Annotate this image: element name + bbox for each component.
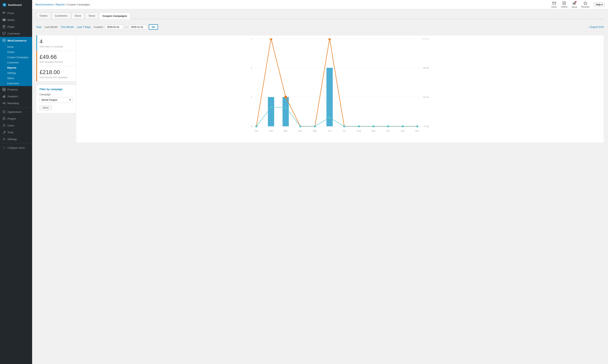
date-separator: — xyxy=(125,26,127,28)
posts-icon xyxy=(2,12,6,15)
sidebar-item-settings-label: Settings xyxy=(7,138,17,141)
x-label-mar: Mar xyxy=(284,130,288,132)
topbar-reviews-label: Reviews xyxy=(581,6,590,8)
stat-discount-label: total campaign discount xyxy=(40,61,73,63)
svg-rect-19 xyxy=(3,117,5,118)
dot-teal-nov xyxy=(402,125,404,127)
sidebar-sub-status[interactable]: Status xyxy=(0,76,32,81)
campaign-select[interactable]: Secret Coupon Summer Sale Winter Deal Fl… xyxy=(40,97,73,103)
sidebar-item-plugins[interactable]: Plugins xyxy=(0,115,32,122)
comments-icon xyxy=(2,32,6,35)
sidebar-dashboard[interactable]: W Dashboard xyxy=(0,0,32,10)
topbar-reviews[interactable]: Reviews xyxy=(581,1,590,8)
sidebar-item-settings[interactable]: Settings xyxy=(0,136,32,143)
tab-stock[interactable]: Stock xyxy=(71,13,85,19)
svg-marker-31 xyxy=(584,2,587,5)
sidebar-item-marketing[interactable]: Marketing xyxy=(0,100,32,106)
tab-taxes[interactable]: Taxes xyxy=(85,13,99,19)
topbar-stock[interactable]: Stock xyxy=(572,1,577,8)
x-label-oct: Oct xyxy=(386,130,390,132)
sidebar-item-woocommerce[interactable]: W WooCommerce xyxy=(0,37,32,44)
date-link-last-month[interactable]: Last Month xyxy=(45,26,57,28)
y-label-0: 0 xyxy=(251,125,252,128)
svg-rect-1 xyxy=(3,13,5,13)
stat-accent-bar-discount xyxy=(36,51,37,66)
tabs-row: Orders Customers Stock Taxes Coupon Camp… xyxy=(36,13,604,19)
analytics-icon xyxy=(2,95,6,98)
sidebar-sub-customers[interactable]: Customers xyxy=(0,60,32,65)
sidebar-sub-orders[interactable]: Orders xyxy=(0,50,32,55)
sidebar-item-appearance[interactable]: Appearance xyxy=(0,108,32,115)
sidebar-sub-coupon-campaigns[interactable]: Coupon Campaigns xyxy=(0,55,32,60)
sidebar-item-products[interactable]: Products xyxy=(0,86,32,93)
tools-icon xyxy=(2,131,6,134)
sidebar-item-media[interactable]: Media xyxy=(0,16,32,23)
bar-feb xyxy=(268,97,274,126)
stat-revenue-label: total revenue from campaign xyxy=(40,76,73,78)
dot-teal-mar xyxy=(284,106,286,108)
show-button[interactable]: Show xyxy=(40,105,52,110)
sidebar-item-posts[interactable]: Posts xyxy=(0,10,32,16)
stat-total-orders: 4 total orders in campaign xyxy=(36,35,76,51)
dot-teal-sep xyxy=(372,125,375,127)
sidebar-item-comments[interactable]: Comments xyxy=(0,30,32,37)
x-label-sep: Sep xyxy=(371,130,376,132)
svg-rect-15 xyxy=(3,96,3,98)
topbar: WooCommerce / Reports / Coupon Campaigns… xyxy=(32,0,608,9)
right-label-2: 68.68 xyxy=(423,67,429,69)
topbar-orders[interactable]: Orders xyxy=(561,1,568,8)
dot-teal-may xyxy=(314,125,316,127)
sidebar-item-pages[interactable]: Pages xyxy=(0,23,32,30)
x-label-apr: Apr xyxy=(298,130,302,132)
dot-teal-feb xyxy=(270,106,272,108)
go-button[interactable]: Go xyxy=(149,24,158,30)
tab-coupon-campaigns[interactable]: Coupon Campaigns xyxy=(99,13,131,19)
users-icon xyxy=(2,124,6,127)
collapse-icon xyxy=(2,146,6,149)
sidebar-woo-label: WooCommerce xyxy=(7,39,27,42)
sidebar-sub-home[interactable]: Home xyxy=(0,44,32,50)
sidebar-item-tools[interactable]: Tools xyxy=(0,129,32,136)
date-link-last-7-days[interactable]: Last 7 Days xyxy=(77,26,91,28)
svg-rect-12 xyxy=(4,88,5,89)
breadcrumb-woocommerce[interactable]: WooCommerce xyxy=(35,3,54,6)
topbar-orders-label: Orders xyxy=(561,6,568,8)
custom-label: Custom: xyxy=(94,26,104,28)
stat-discount-value: £49.66 xyxy=(40,53,73,60)
sidebar-sub-reports[interactable]: Reports xyxy=(0,65,32,70)
sidebar-item-users[interactable]: Users xyxy=(0,122,32,129)
left-column: 4 total orders in campaign £49.66 total … xyxy=(36,35,76,143)
dot-orange-mar-inner xyxy=(285,96,286,98)
stat-orders-value: 4 xyxy=(40,38,73,45)
sidebar-item-analytics[interactable]: Analytics xyxy=(0,93,32,100)
date-link-year[interactable]: Year xyxy=(36,26,41,28)
breadcrumb-reports[interactable]: Reports xyxy=(56,3,65,6)
topbar-actions: Inbox Orders Stock Reviews Help ▾ xyxy=(551,1,605,8)
stat-total-discount: £49.66 total campaign discount xyxy=(36,51,76,66)
products-icon xyxy=(2,88,6,91)
topbar-inbox[interactable]: Inbox xyxy=(551,1,557,8)
breadcrumb-current: Coupon Campaigns xyxy=(67,3,90,6)
x-label-nov: Nov xyxy=(401,130,405,132)
export-csv-link[interactable]: ↓ Export CSV xyxy=(588,26,604,29)
sidebar-sub-settings[interactable]: Settings xyxy=(0,70,32,76)
help-button[interactable]: Help ▾ xyxy=(594,2,605,7)
filter-title: Filter by campaign xyxy=(40,88,73,91)
svg-rect-28 xyxy=(574,2,574,5)
stats-panel: 4 total orders in campaign £49.66 total … xyxy=(36,35,76,81)
right-label-3: 103.02 xyxy=(422,39,429,40)
date-to-input[interactable] xyxy=(129,25,147,29)
topbar-inbox-label: Inbox xyxy=(551,6,557,8)
custom-range: Custom: — Go xyxy=(94,24,158,30)
svg-rect-13 xyxy=(3,90,4,91)
main-area: WooCommerce / Reports / Coupon Campaigns… xyxy=(32,0,608,364)
dot-teal-jul xyxy=(343,125,345,127)
date-from-input[interactable] xyxy=(105,25,123,29)
stat-revenue-value: £218.00 xyxy=(40,69,73,76)
date-link-this-month[interactable]: This Month xyxy=(61,26,74,28)
sidebar-sub-extensions[interactable]: Extensions xyxy=(0,81,32,86)
collapse-menu[interactable]: Collapse menu xyxy=(0,144,32,151)
tab-orders[interactable]: Orders xyxy=(36,13,51,19)
teal-line xyxy=(257,107,418,126)
tab-customers[interactable]: Customers xyxy=(51,13,71,19)
